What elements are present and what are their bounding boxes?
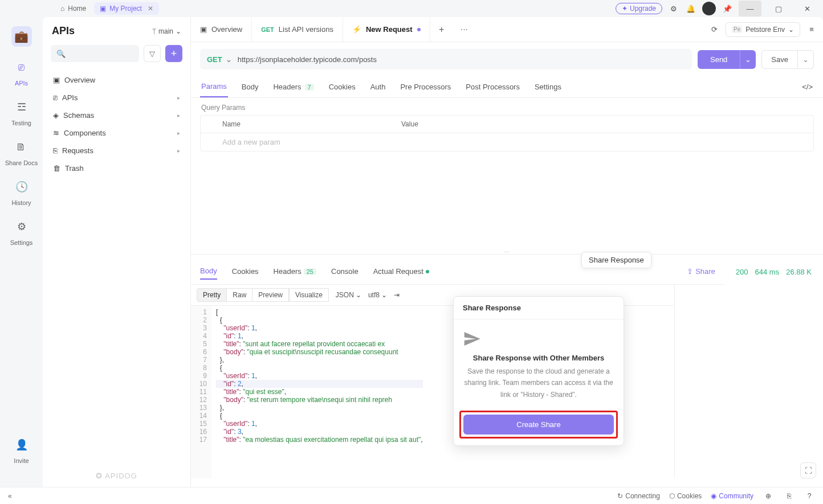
popover-title: Share Response — [454, 297, 624, 319]
share-tooltip: Share Response — [581, 252, 651, 268]
search-input[interactable]: 🔍 — [51, 45, 139, 62]
view-pretty[interactable]: Pretty — [197, 288, 227, 302]
rail-settings[interactable]: ⚙Settings — [10, 216, 33, 246]
send-button[interactable]: Send — [698, 50, 740, 69]
view-visualize[interactable]: Visualize — [289, 288, 329, 302]
tab-project[interactable]: ▣ My Project ✕ — [94, 2, 159, 15]
method-selector[interactable]: GET⌄ — [207, 55, 232, 64]
send-caret[interactable]: ⌄ — [740, 50, 756, 69]
encoding-selector[interactable]: utf8⌄ — [368, 291, 387, 299]
env-selector[interactable]: PePetstore Env⌄ — [726, 22, 800, 37]
gear-icon[interactable]: ⚙ — [668, 3, 679, 14]
ws-tab-overview[interactable]: ▣Overview — [191, 17, 252, 42]
ws-more[interactable]: ⋯ — [453, 17, 476, 42]
new-param-row[interactable]: Add a new param — [201, 133, 813, 151]
stat-size: 26.88 K — [786, 268, 812, 276]
status-gift-icon[interactable]: ⎘ — [783, 490, 795, 502]
view-raw[interactable]: Raw — [227, 288, 252, 302]
pane-divider[interactable] — [191, 254, 823, 259]
sidebar-item-trash[interactable]: 🗑Trash — [47, 159, 186, 177]
resp-tab-body[interactable]: Body — [200, 263, 217, 280]
popover-subtitle: Share Response with Other Members — [463, 354, 614, 362]
search-icon: 🔍 — [56, 50, 66, 58]
rail-invite[interactable]: 👤Invite — [11, 435, 32, 464]
rail-invite-label: Invite — [14, 457, 28, 464]
upgrade-button[interactable]: ✦ Upgrade — [616, 3, 662, 14]
req-tab-settings[interactable]: Settings — [533, 77, 563, 97]
create-share-button[interactable]: Create Share — [463, 415, 614, 435]
stat-status: 200 — [736, 268, 748, 276]
refresh-button[interactable]: ⟳ — [708, 24, 720, 35]
filter-button[interactable]: ▽ — [144, 45, 161, 62]
sidebar-item-overview[interactable]: ▣Overview — [47, 71, 186, 89]
rail-apis[interactable]: ⎚APIs — [11, 57, 32, 87]
bell-icon[interactable]: 🔔 — [685, 3, 696, 14]
status-community[interactable]: ◉Community — [711, 492, 753, 500]
sidebar-item-label: Components — [64, 129, 106, 137]
req-tab-auth[interactable]: Auth — [369, 77, 387, 97]
sidebar-item-label: Schemas — [63, 111, 94, 120]
sidebar-item-requests[interactable]: ⎘Requests▸ — [47, 142, 186, 159]
view-preview[interactable]: Preview — [252, 288, 289, 302]
ws-tab-list[interactable]: GETList API versions — [252, 17, 343, 42]
collapse-sidebar[interactable]: « — [8, 492, 12, 500]
branch-selector[interactable]: ᛘmain⌄ — [152, 27, 181, 35]
req-tab-params[interactable]: Params — [200, 76, 228, 97]
stat-time: 644 ms — [755, 268, 780, 276]
sidebar-title: APIs — [52, 25, 75, 37]
format-selector[interactable]: JSON⌄ — [336, 291, 361, 299]
add-button[interactable]: + — [165, 45, 182, 62]
share-response-link[interactable]: ⇪Share — [687, 267, 715, 276]
req-tab-cookies[interactable]: Cookies — [328, 77, 357, 97]
req-tab-pre[interactable]: Pre Processors — [399, 77, 452, 97]
save-caret[interactable]: ⌄ — [798, 50, 814, 69]
rail-history[interactable]: 🕓History — [11, 177, 32, 206]
ws-tab-new[interactable]: ⚡New Request — [343, 17, 430, 42]
query-params-label: Query Params — [191, 98, 823, 115]
window-minimize[interactable]: — — [739, 1, 761, 17]
resp-tab-console[interactable]: Console — [331, 264, 358, 279]
resp-tab-headers[interactable]: Headers25 — [274, 264, 316, 279]
sidebar-item-label: Trash — [65, 164, 84, 173]
env-settings-button[interactable]: ≡ — [806, 24, 817, 35]
req-tab-post[interactable]: Post Processors — [465, 77, 521, 97]
rail-testing[interactable]: ☲Testing — [11, 97, 32, 126]
pin-icon[interactable]: 📌 — [722, 3, 733, 14]
url-input[interactable]: GET⌄ https://jsonplaceholder.typicode.co… — [200, 49, 692, 69]
window-close[interactable]: ✕ — [796, 1, 818, 17]
history-icon: 🕓 — [11, 177, 32, 197]
resp-tab-cookies[interactable]: Cookies — [232, 264, 259, 279]
invite-icon: 👤 — [11, 435, 32, 455]
titlebar: ⌂ Home ▣ My Project ✕ ✦ Upgrade ⚙ 🔔 📌 — … — [0, 0, 823, 17]
send-icon — [463, 330, 614, 348]
save-button[interactable]: Save — [761, 50, 798, 69]
home-icon: ⌂ — [60, 5, 64, 13]
rail-workspace[interactable]: 💼 — [11, 26, 32, 47]
expand-panel-button[interactable]: ⛶ — [800, 462, 816, 478]
status-cookies[interactable]: ⬡Cookies — [669, 492, 702, 500]
rail-apis-label: APIs — [15, 80, 28, 87]
sparkle-icon: ✦ — [622, 5, 628, 13]
status-help-icon[interactable]: ? — [804, 490, 815, 502]
sidebar-item-label: Overview — [64, 76, 95, 84]
workspace-tabs: ▣Overview GETList API versions ⚡New Requ… — [191, 17, 823, 42]
code-view-toggle[interactable]: </> — [801, 77, 814, 97]
status-upload-icon[interactable]: ⊕ — [763, 490, 774, 502]
avatar[interactable] — [702, 2, 716, 15]
sidebar-item-schemas[interactable]: ◈Schemas▸ — [47, 106, 186, 124]
sidebar: APIs ᛘmain⌄ 🔍 ▽ + ▣Overview ⎚APIs▸ ◈Sche… — [43, 17, 191, 487]
sidebar-item-apis[interactable]: ⎚APIs▸ — [47, 89, 186, 106]
rail-share[interactable]: 🗎Share Docs — [5, 137, 38, 166]
wrap-toggle[interactable]: ⇥ — [394, 291, 400, 299]
chevron-down-icon: ⌄ — [226, 55, 232, 64]
sidebar-item-components[interactable]: ≋Components▸ — [47, 124, 186, 142]
ws-add-tab[interactable]: + — [430, 17, 453, 42]
req-tab-headers[interactable]: Headers7 — [272, 77, 315, 97]
req-tab-body[interactable]: Body — [241, 77, 260, 97]
resp-headers-count: 25 — [304, 268, 316, 275]
close-icon[interactable]: ✕ — [148, 5, 153, 13]
tab-home[interactable]: ⌂ Home — [55, 2, 92, 15]
tab-home-label: Home — [68, 5, 86, 13]
resp-tab-actual[interactable]: Actual Request — [373, 264, 429, 279]
window-maximize[interactable]: ▢ — [767, 1, 790, 17]
